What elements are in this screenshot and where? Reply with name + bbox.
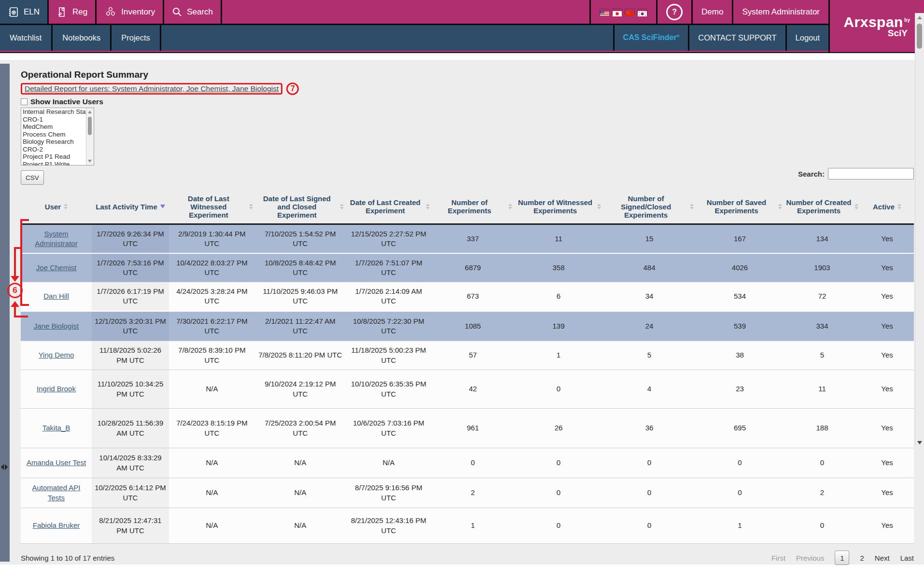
column-header[interactable]: Number of Experiments bbox=[432, 190, 514, 224]
table-row[interactable]: Takita_B10/28/2025 11:56:39 AM UTC7/24/2… bbox=[21, 409, 914, 448]
user-link[interactable]: Ying Demo bbox=[39, 351, 74, 359]
table-row[interactable]: Amanda User Test10/14/2025 8:33:29 AM UT… bbox=[21, 448, 914, 478]
column-header[interactable]: Active bbox=[860, 190, 914, 224]
operational-report-table: UserLast Activity TimeDate of Last Witne… bbox=[21, 190, 914, 544]
table-row[interactable]: Jane Biologist12/1/2025 3:20:31 PM UTC7/… bbox=[21, 311, 914, 341]
cell-date-witnessed: 2/9/2019 1:30:44 PM UTC bbox=[169, 224, 255, 253]
column-header[interactable]: User bbox=[21, 190, 92, 224]
column-header-label: Date of Last Created Experiment bbox=[348, 198, 423, 215]
column-header[interactable]: Date of Last Witnessed Experiment bbox=[169, 190, 255, 224]
user-link[interactable]: Ingrid Brook bbox=[37, 385, 76, 393]
cell-date-signed-closed: N/A bbox=[255, 478, 346, 508]
column-header[interactable]: Date of Last Signed and Closed Experimen… bbox=[255, 190, 346, 224]
listbox-scrollbar[interactable] bbox=[86, 108, 94, 165]
search-input[interactable] bbox=[828, 168, 914, 179]
subnav-projects[interactable]: Projects bbox=[112, 25, 161, 51]
csv-button[interactable]: CSV bbox=[21, 170, 44, 185]
user-link[interactable]: Jane Biologist bbox=[34, 322, 79, 330]
column-header[interactable]: Number of Created Experiments bbox=[784, 190, 860, 224]
group-listbox[interactable]: Internal Research StaffCRO-1MedChemProce… bbox=[21, 108, 94, 165]
collapsed-side-panel[interactable] bbox=[0, 64, 10, 562]
page-1[interactable]: 1 bbox=[835, 551, 849, 565]
sort-both-icon bbox=[64, 204, 68, 209]
report-content: Operational Report Summary Detailed Repo… bbox=[0, 60, 924, 565]
cell-date-created: 10/8/2025 7:22:30 PM UTC bbox=[346, 311, 432, 341]
japan-flag-icon[interactable] bbox=[612, 9, 622, 15]
logo-sciy: SciY bbox=[888, 28, 908, 38]
cell-user: Joe Chemist bbox=[21, 253, 92, 282]
us-flag-icon[interactable] bbox=[600, 9, 610, 15]
group-option[interactable]: MedChem bbox=[21, 123, 94, 131]
page-previous: Previous bbox=[796, 554, 824, 562]
subnav-watchlist[interactable]: Watchlist bbox=[0, 25, 53, 51]
nav-tab-search[interactable]: Search bbox=[164, 0, 222, 24]
user-link[interactable]: Fabiola Bruker bbox=[33, 521, 80, 529]
cell-last-activity: 10/14/2025 8:33:29 AM UTC bbox=[92, 448, 169, 478]
nav-tab-eln[interactable]: ELN bbox=[0, 0, 49, 24]
user-link[interactable]: Joe Chemist bbox=[36, 263, 76, 272]
group-option[interactable]: CRO-2 bbox=[21, 146, 94, 153]
column-header[interactable]: Date of Last Created Experiment bbox=[346, 190, 432, 224]
cell-num-experiments: 673 bbox=[432, 282, 514, 311]
user-link[interactable]: Dan Hill bbox=[43, 292, 69, 300]
user-link[interactable]: Takita_B bbox=[42, 424, 70, 432]
user-link[interactable]: Automated API Tests bbox=[32, 483, 80, 501]
table-row[interactable]: Automated API Tests10/2/2025 6:14:12 PM … bbox=[21, 478, 914, 508]
cas-scifinder-link[interactable]: CAS SciFindern bbox=[613, 25, 688, 51]
logout-link[interactable]: Logout bbox=[785, 25, 828, 51]
user-link[interactable]: Amanda User Test bbox=[27, 458, 86, 467]
cell-date-created: 10/6/2025 7:03:16 PM UTC bbox=[346, 409, 432, 448]
column-header[interactable]: Last Activity Time bbox=[92, 190, 169, 224]
cell-date-witnessed: 4/24/2025 3:28:24 PM UTC bbox=[169, 282, 255, 311]
current-user-menu[interactable]: System Administrator bbox=[732, 0, 828, 24]
table-row[interactable]: Dan Hill1/7/2026 6:17:19 PM UTC4/24/2025… bbox=[21, 282, 914, 311]
column-header-label: Number of Signed/Closed Experiments bbox=[605, 194, 687, 219]
user-link[interactable]: System Administrator bbox=[35, 230, 77, 248]
table-row[interactable]: Ingrid Brook11/10/2025 10:34:25 PM UTCN/… bbox=[21, 370, 914, 409]
column-header[interactable]: Number of Saved Experiments bbox=[696, 190, 784, 224]
cell-num-saved: 534 bbox=[696, 282, 784, 311]
table-row[interactable]: Ying Demo11/18/2025 5:02:26 PM UTC7/8/20… bbox=[21, 341, 914, 370]
column-header[interactable]: Number of Signed/Closed Experiments bbox=[603, 190, 696, 224]
app-header: ELN Reg Inventory bbox=[0, 0, 924, 53]
panel-splitter-handle[interactable] bbox=[1, 464, 9, 470]
group-option[interactable]: CRO-1 bbox=[21, 116, 94, 124]
page-next[interactable]: Next bbox=[875, 554, 890, 562]
column-header-label: User bbox=[45, 203, 61, 211]
annotation-callout-7: 7 bbox=[286, 83, 299, 95]
table-row[interactable]: Fabiola Bruker8/21/2025 12:47:31 PM UTCN… bbox=[21, 508, 914, 544]
china-flag-icon[interactable] bbox=[625, 9, 635, 15]
scroll-up-icon bbox=[88, 110, 92, 113]
cell-num-witnessed: 0 bbox=[514, 370, 603, 409]
group-option[interactable]: Internal Research Staff bbox=[21, 108, 94, 116]
cell-date-created: 1/7/2026 2:14:09 AM UTC bbox=[346, 282, 432, 311]
page-scrollbar[interactable] bbox=[915, 13, 924, 446]
table-row[interactable]: Joe Chemist1/7/2026 7:53:16 PM UTC10/4/2… bbox=[21, 253, 914, 282]
table-row[interactable]: System Administrator1/7/2026 9:26:34 PM … bbox=[21, 224, 914, 253]
south-korea-flag-icon[interactable] bbox=[637, 9, 647, 15]
cell-last-activity: 11/18/2025 5:02:26 PM UTC bbox=[92, 341, 169, 370]
pagination: FirstPrevious12NextLast bbox=[771, 551, 914, 565]
detailed-report-link[interactable]: Detailed Report for users: System Admini… bbox=[25, 84, 279, 93]
hexagons-icon bbox=[104, 6, 117, 18]
nav-tab-reg[interactable]: Reg bbox=[49, 0, 97, 24]
page-last[interactable]: Last bbox=[900, 554, 914, 562]
contact-support-link[interactable]: CONTACT SUPPORT bbox=[688, 25, 785, 51]
demo-menu[interactable]: Demo bbox=[691, 0, 732, 24]
cell-active: Yes bbox=[860, 341, 914, 370]
cell-user: Dan Hill bbox=[21, 282, 92, 311]
page-2[interactable]: 2 bbox=[860, 554, 864, 562]
help-button[interactable]: ? bbox=[656, 0, 691, 24]
group-option[interactable]: Project P1 Read bbox=[21, 153, 94, 161]
group-option[interactable]: Biology Research bbox=[21, 138, 94, 146]
sort-both-icon bbox=[508, 204, 512, 209]
cell-date-signed-closed: 9/10/2024 2:19:12 PM UTC bbox=[255, 370, 346, 409]
show-inactive-checkbox[interactable] bbox=[21, 98, 28, 105]
column-header[interactable]: Number of Witnessed Experiments bbox=[514, 190, 603, 224]
group-option[interactable]: Process Chem bbox=[21, 131, 94, 138]
cell-active: Yes bbox=[860, 370, 914, 409]
group-option[interactable]: Project P1 Write bbox=[21, 161, 94, 166]
subnav-notebooks[interactable]: Notebooks bbox=[53, 25, 112, 51]
cell-num-created: 334 bbox=[784, 311, 860, 341]
nav-tab-inventory[interactable]: Inventory bbox=[97, 0, 164, 24]
